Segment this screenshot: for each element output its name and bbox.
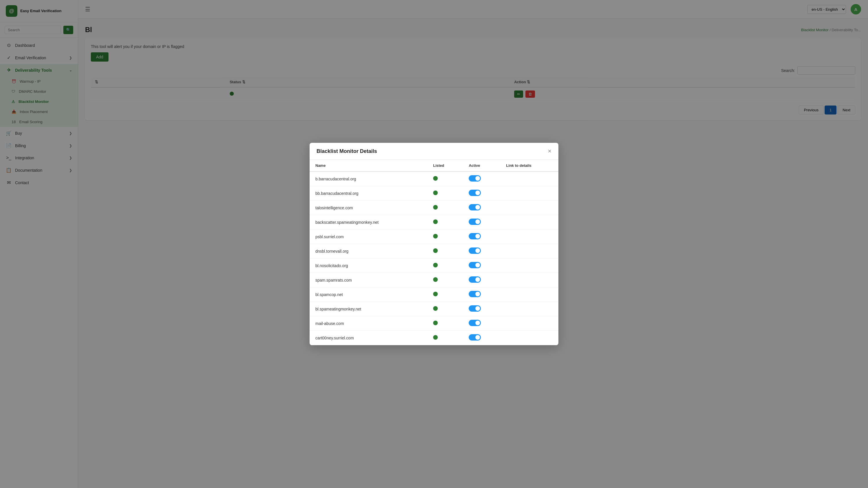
modal-cell-name: bl.nosolicitado.org [310,258,427,273]
listed-dot [433,292,438,296]
listed-dot [433,335,438,340]
modal-cell-link [500,171,558,186]
modal-cell-active [463,215,500,230]
modal-cell-name: b.barracudacentral.org [310,171,427,186]
toggle-slider [469,204,481,210]
modal-cell-name: talosintelligence.com [310,201,427,215]
modal-close-button[interactable]: × [548,148,552,154]
modal-table-row: bl.nosolicitado.org [310,258,558,273]
listed-dot [433,248,438,253]
modal-cell-listed [427,171,463,186]
active-toggle[interactable] [469,276,481,283]
modal-cell-name: dnsbl.tornevall.org [310,244,427,258]
active-toggle[interactable] [469,175,481,182]
modal-cell-listed [427,244,463,258]
modal-cell-active [463,331,500,345]
modal-cell-active [463,230,500,244]
active-toggle[interactable] [469,233,481,239]
listed-dot [433,191,438,195]
modal-cell-name: backscatter.spameatingmonkey.net [310,215,427,230]
modal-cell-active [463,273,500,287]
modal-table-row: spam.spamrats.com [310,273,558,287]
modal-cell-active [463,186,500,201]
active-toggle[interactable] [469,219,481,225]
active-toggle[interactable] [469,204,481,210]
active-toggle[interactable] [469,291,481,297]
toggle-slider [469,175,481,182]
modal-table-row: mail-abuse.com [310,316,558,331]
modal-cell-name: bl.spamcop.net [310,287,427,302]
active-toggle[interactable] [469,248,481,254]
listed-dot [433,263,438,267]
modal-table-row: bl.spameatingmonkey.net [310,302,558,316]
modal-title: Blacklist Monitor Details [316,148,377,154]
modal-cell-listed [427,302,463,316]
modal-body: Name Listed Active Link to details b.bar… [310,160,558,345]
modal-cell-link [500,186,558,201]
modal-cell-link [500,273,558,287]
modal-cell-listed [427,331,463,345]
toggle-slider [469,276,481,283]
active-toggle[interactable] [469,305,481,312]
modal-cell-active [463,244,500,258]
modal-cell-active [463,287,500,302]
listed-dot [433,176,438,181]
modal-cell-listed [427,316,463,331]
modal-cell-name: psbl.surriel.com [310,230,427,244]
active-toggle[interactable] [469,190,481,196]
modal-overlay[interactable]: Blacklist Monitor Details × Name Listed … [0,0,868,488]
toggle-slider [469,334,481,340]
modal-cell-active [463,316,500,331]
modal-table-row: backscatter.spameatingmonkey.net [310,215,558,230]
modal-cell-listed [427,186,463,201]
modal-table-row: dnsbl.tornevall.org [310,244,558,258]
modal-cell-link [500,302,558,316]
active-toggle[interactable] [469,262,481,268]
modal-cell-listed [427,201,463,215]
modal-cell-name: cart00ney.surriel.com [310,331,427,345]
modal-col-link: Link to details [500,160,558,171]
modal-cell-active [463,201,500,215]
listed-dot [433,277,438,282]
listed-dot [433,234,438,238]
modal-dialog: Blacklist Monitor Details × Name Listed … [310,143,558,345]
modal-cell-listed [427,230,463,244]
modal-col-active: Active [463,160,500,171]
modal-cell-link [500,201,558,215]
modal-cell-name: bl.spameatingmonkey.net [310,302,427,316]
active-toggle[interactable] [469,334,481,340]
modal-col-listed: Listed [427,160,463,171]
modal-cell-link [500,258,558,273]
modal-table-row: bb.barracudacentral.org [310,186,558,201]
toggle-slider [469,248,481,254]
modal-cell-name: mail-abuse.com [310,316,427,331]
modal-table-row: psbl.surriel.com [310,230,558,244]
modal-table-row: b.barracudacentral.org [310,171,558,186]
toggle-slider [469,219,481,225]
modal-cell-link [500,331,558,345]
modal-table-row: cart00ney.surriel.com [310,331,558,345]
modal-cell-name: spam.spamrats.com [310,273,427,287]
modal-cell-active [463,171,500,186]
modal-cell-link [500,244,558,258]
listed-dot [433,306,438,311]
toggle-slider [469,262,481,268]
toggle-slider [469,190,481,196]
toggle-slider [469,320,481,326]
modal-cell-link [500,215,558,230]
modal-cell-name: bb.barracudacentral.org [310,186,427,201]
modal-cell-active [463,302,500,316]
modal-cell-listed [427,287,463,302]
toggle-slider [469,305,481,312]
modal-cell-link [500,287,558,302]
listed-dot [433,205,438,209]
modal-table: Name Listed Active Link to details b.bar… [310,160,558,345]
modal-cell-listed [427,273,463,287]
active-toggle[interactable] [469,320,481,326]
modal-table-row: bl.spamcop.net [310,287,558,302]
modal-header: Blacklist Monitor Details × [310,143,558,160]
modal-cell-listed [427,215,463,230]
toggle-slider [469,233,481,239]
modal-col-name: Name [310,160,427,171]
modal-cell-link [500,316,558,331]
